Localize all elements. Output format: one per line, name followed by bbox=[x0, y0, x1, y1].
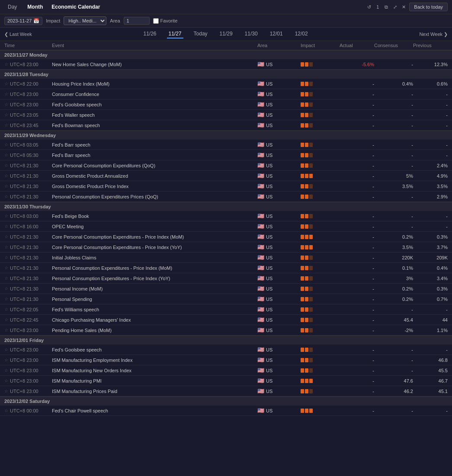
table-row[interactable]: ☆ UTC+8 21:30 Personal Consumption Expen… bbox=[0, 273, 452, 284]
star-icon[interactable]: ☆ bbox=[4, 234, 8, 239]
table-row[interactable]: ☆ UTC+8 16:00 OPEC Meeting 🇺🇸 US - - - bbox=[0, 221, 452, 232]
impact-bar-3 bbox=[309, 163, 313, 168]
table-row[interactable]: ☆ UTC+8 21:30 Initial Jobless Claims 🇺🇸 … bbox=[0, 252, 452, 263]
star-icon[interactable]: ☆ bbox=[4, 184, 8, 188]
table-row[interactable]: ☆ UTC+8 23:00 New Home Sales Change (MoM… bbox=[0, 59, 452, 70]
window-icon[interactable]: ⧉ bbox=[383, 4, 389, 10]
star-icon[interactable]: ☆ bbox=[4, 408, 8, 413]
impact-bar-2 bbox=[305, 348, 308, 352]
table-row[interactable]: ☆ UTC+8 23:00 Pending Home Sales (MoM) 🇺… bbox=[0, 325, 452, 335]
star-icon[interactable]: ☆ bbox=[4, 378, 8, 383]
event-name: OPEC Meeting bbox=[52, 224, 257, 229]
table-row[interactable]: ☆ UTC+8 23:00 ISM Manufacturing PMI 🇺🇸 U… bbox=[0, 376, 452, 386]
area-input[interactable] bbox=[124, 17, 150, 25]
table-row[interactable]: ☆ UTC+8 21:30 Gross Domestic Product Pri… bbox=[0, 181, 452, 192]
table-row[interactable]: ☆ UTC+8 21:30 Core Personal Consumption … bbox=[0, 232, 452, 242]
table-row[interactable]: ☆ UTC+8 21:30 Personal Consumption Expen… bbox=[0, 192, 452, 202]
consensus-cell: - bbox=[374, 112, 413, 118]
table-row[interactable]: ☆ UTC+8 21:30 Personal Consumption Expen… bbox=[0, 263, 452, 273]
time-cell: ☆ UTC+8 23:00 bbox=[4, 102, 52, 107]
date-nav-12-01[interactable]: 12/01 bbox=[268, 30, 285, 38]
date-nav-Today[interactable]: Today bbox=[192, 30, 209, 38]
back-today-button[interactable]: Back to today bbox=[409, 3, 448, 11]
table-row[interactable]: ☆ UTC+8 23:00 ISM Manufacturing New Orde… bbox=[0, 365, 452, 376]
impact-bar-1 bbox=[301, 143, 304, 147]
calendar-icon[interactable]: 📅 bbox=[33, 18, 39, 24]
tab-day[interactable]: Day bbox=[4, 3, 20, 11]
table-row[interactable]: ☆ UTC+8 22:05 Fed's Williams speech 🇺🇸 U… bbox=[0, 304, 452, 315]
star-icon[interactable]: ☆ bbox=[4, 276, 8, 281]
consensus-cell: - bbox=[374, 194, 413, 199]
star-icon[interactable]: ☆ bbox=[4, 173, 8, 178]
table-row[interactable]: ☆ UTC+8 21:30 Gross Domestic Product Ann… bbox=[0, 171, 452, 181]
impact-select[interactable]: High.. Medi... bbox=[64, 16, 106, 25]
refresh-icon[interactable]: ↺ bbox=[366, 4, 372, 10]
table-row[interactable]: ☆ UTC+8 05:30 Fed's Barr speech 🇺🇸 US - … bbox=[0, 150, 452, 160]
event-name: Fed's Goolsbee speech bbox=[52, 347, 257, 352]
date-input[interactable]: 2023-11-27 📅 bbox=[4, 17, 42, 25]
table-row[interactable]: ☆ UTC+8 22:00 Housing Price Index (MoM) … bbox=[0, 79, 452, 89]
next-week-button[interactable]: Next Week ❯ bbox=[419, 32, 448, 37]
table-row[interactable]: ☆ UTC+8 21:30 Personal Spending 🇺🇸 US - … bbox=[0, 294, 452, 304]
star-icon[interactable]: ☆ bbox=[4, 347, 8, 352]
star-icon[interactable]: ☆ bbox=[4, 265, 8, 270]
impact-bar-2 bbox=[305, 328, 308, 332]
table-row[interactable]: ☆ UTC+8 23:45 Fed's Bowman speech 🇺🇸 US … bbox=[0, 120, 452, 131]
area-code: US bbox=[266, 347, 272, 352]
area-code: US bbox=[266, 245, 272, 250]
table-row[interactable]: ☆ UTC+8 03:05 Fed's Barr speech 🇺🇸 US - … bbox=[0, 140, 452, 150]
star-icon[interactable]: ☆ bbox=[4, 224, 8, 229]
table-row[interactable]: ☆ UTC+8 21:30 Personal Income (MoM) 🇺🇸 U… bbox=[0, 284, 452, 294]
star-icon[interactable]: ☆ bbox=[4, 62, 8, 67]
star-icon[interactable]: ☆ bbox=[4, 112, 8, 117]
tab-month[interactable]: Month bbox=[24, 3, 46, 11]
star-icon[interactable]: ☆ bbox=[4, 328, 8, 332]
area-cell: 🇺🇸 US bbox=[257, 213, 301, 219]
table-row[interactable]: ☆ UTC+8 23:00 ISM Manufacturing Employme… bbox=[0, 355, 452, 365]
date-nav-11-29[interactable]: 11/29 bbox=[218, 30, 234, 38]
consensus-cell: 3.5% bbox=[374, 184, 413, 189]
star-icon[interactable]: ☆ bbox=[4, 123, 8, 128]
date-nav-11-26[interactable]: 11/26 bbox=[141, 30, 158, 38]
star-icon[interactable]: ☆ bbox=[4, 307, 8, 312]
impact-bar-3 bbox=[309, 348, 313, 352]
star-icon[interactable]: ☆ bbox=[4, 358, 8, 362]
date-nav-12-02[interactable]: 12/02 bbox=[293, 30, 310, 38]
star-icon[interactable]: ☆ bbox=[4, 389, 8, 393]
prev-week-button[interactable]: ❮ Last Week bbox=[4, 32, 32, 37]
star-icon[interactable]: ☆ bbox=[4, 81, 8, 86]
star-icon[interactable]: ☆ bbox=[4, 255, 8, 260]
table-row[interactable]: ☆ UTC+8 23:00 Fed's Goolsbee speech 🇺🇸 U… bbox=[0, 99, 452, 110]
star-icon[interactable]: ☆ bbox=[4, 153, 8, 157]
date-nav-11-27[interactable]: 11/27 bbox=[167, 30, 183, 38]
expand-icon[interactable]: ⤢ bbox=[392, 4, 398, 10]
table-row[interactable]: ☆ UTC+8 03:00 Fed's Beige Book 🇺🇸 US - -… bbox=[0, 211, 452, 221]
star-icon[interactable]: ☆ bbox=[4, 163, 8, 168]
star-icon[interactable]: ☆ bbox=[4, 102, 8, 107]
star-icon[interactable]: ☆ bbox=[4, 297, 8, 301]
star-icon[interactable]: ☆ bbox=[4, 92, 8, 96]
area-cell: 🇺🇸 US bbox=[257, 357, 301, 363]
star-icon[interactable]: ☆ bbox=[4, 286, 8, 291]
star-icon[interactable]: ☆ bbox=[4, 317, 8, 322]
table-row[interactable]: ☆ UTC+8 23:00 ISM Manufacturing Prices P… bbox=[0, 386, 452, 396]
table-row[interactable]: ☆ UTC+8 21:30 Core Personal Consumption … bbox=[0, 160, 452, 171]
table-row[interactable]: ☆ UTC+8 23:05 Fed's Waller speech 🇺🇸 US … bbox=[0, 110, 452, 120]
favorite-checkbox[interactable] bbox=[153, 18, 159, 24]
star-icon[interactable]: ☆ bbox=[4, 194, 8, 199]
table-row[interactable]: ☆ UTC+8 22:45 Chicago Purchasing Manager… bbox=[0, 315, 452, 325]
one-icon[interactable]: 1 bbox=[375, 4, 381, 10]
time-value: UTC+8 23:00 bbox=[10, 328, 38, 333]
date-nav-11-30[interactable]: 11/30 bbox=[243, 30, 260, 38]
table-row[interactable]: ☆ UTC+8 00:00 Fed's Chair Powell speech … bbox=[0, 406, 452, 416]
star-icon[interactable]: ☆ bbox=[4, 142, 8, 147]
star-icon[interactable]: ☆ bbox=[4, 214, 8, 218]
table-row[interactable]: ☆ UTC+8 23:00 Consumer Confidence 🇺🇸 US … bbox=[0, 89, 452, 99]
close-icon[interactable]: ✕ bbox=[401, 4, 407, 10]
previous-cell: - bbox=[413, 153, 448, 158]
table-row[interactable]: ☆ UTC+8 21:30 Core Personal Consumption … bbox=[0, 242, 452, 252]
star-icon[interactable]: ☆ bbox=[4, 245, 8, 249]
table-row[interactable]: ☆ UTC+8 23:00 Fed's Goolsbee speech 🇺🇸 U… bbox=[0, 345, 452, 355]
time-cell: ☆ UTC+8 00:00 bbox=[4, 408, 52, 413]
star-icon[interactable]: ☆ bbox=[4, 368, 8, 373]
